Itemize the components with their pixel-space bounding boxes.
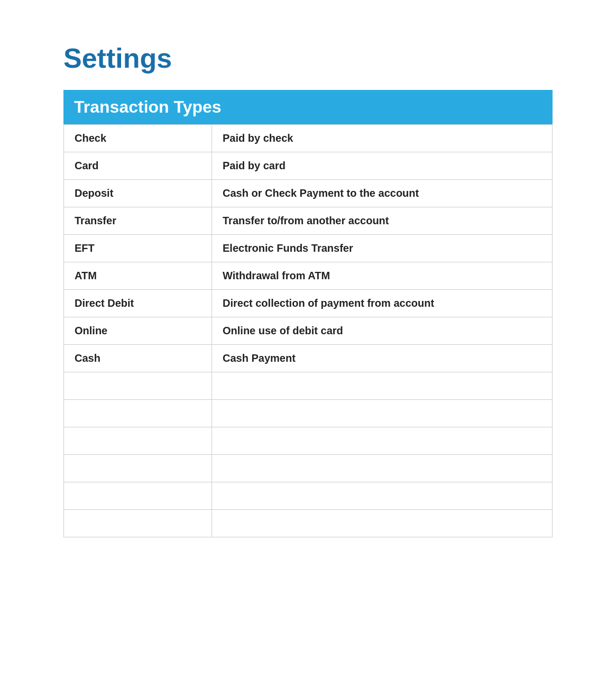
transaction-type-cell: Transfer	[64, 207, 212, 235]
empty-row	[64, 372, 553, 400]
transaction-type-cell: Cash	[64, 345, 212, 372]
transaction-type-cell: Card	[64, 152, 212, 180]
table-row: CashCash Payment	[64, 345, 553, 372]
empty-description-cell	[212, 400, 553, 427]
table-row: ATMWithdrawal from ATM	[64, 262, 553, 290]
table-row: TransferTransfer to/from another account	[64, 207, 553, 235]
transaction-type-cell: Online	[64, 317, 212, 345]
table-row: OnlineOnline use of debit card	[64, 317, 553, 345]
empty-description-cell	[212, 427, 553, 455]
transaction-type-cell: Direct Debit	[64, 290, 212, 317]
empty-row	[64, 482, 553, 510]
empty-row	[64, 427, 553, 455]
table-row: CardPaid by card	[64, 152, 553, 180]
transaction-description-cell: Direct collection of payment from accoun…	[212, 290, 553, 317]
transaction-types-table: CheckPaid by checkCardPaid by cardDeposi…	[63, 124, 553, 537]
empty-description-cell	[212, 455, 553, 482]
empty-type-cell	[64, 400, 212, 427]
transaction-description-cell: Paid by check	[212, 125, 553, 152]
table-row: DepositCash or Check Payment to the acco…	[64, 180, 553, 207]
empty-type-cell	[64, 510, 212, 537]
page-title: Settings	[63, 42, 553, 74]
transaction-type-cell: EFT	[64, 235, 212, 262]
empty-type-cell	[64, 427, 212, 455]
empty-row	[64, 400, 553, 427]
empty-description-cell	[212, 510, 553, 537]
transaction-description-cell: Cash or Check Payment to the account	[212, 180, 553, 207]
table-row: EFTElectronic Funds Transfer	[64, 235, 553, 262]
transaction-description-cell: Online use of debit card	[212, 317, 553, 345]
empty-type-cell	[64, 482, 212, 510]
empty-row	[64, 510, 553, 537]
table-row: CheckPaid by check	[64, 125, 553, 152]
empty-type-cell	[64, 455, 212, 482]
transaction-description-cell: Paid by card	[212, 152, 553, 180]
transaction-type-cell: Deposit	[64, 180, 212, 207]
transaction-description-cell: Electronic Funds Transfer	[212, 235, 553, 262]
empty-type-cell	[64, 372, 212, 400]
transaction-type-cell: Check	[64, 125, 212, 152]
transaction-type-cell: ATM	[64, 262, 212, 290]
transaction-description-cell: Withdrawal from ATM	[212, 262, 553, 290]
transaction-description-cell: Cash Payment	[212, 345, 553, 372]
empty-description-cell	[212, 372, 553, 400]
table-row: Direct DebitDirect collection of payment…	[64, 290, 553, 317]
section-header: Transaction Types	[63, 90, 553, 124]
transaction-description-cell: Transfer to/from another account	[212, 207, 553, 235]
empty-description-cell	[212, 482, 553, 510]
empty-row	[64, 455, 553, 482]
